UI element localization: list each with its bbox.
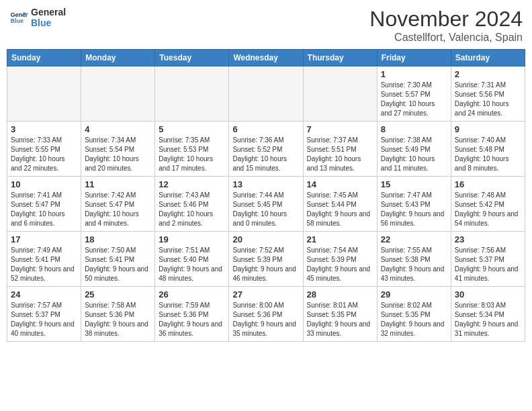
day-number: 9 [455, 124, 521, 134]
day-info: Sunrise: 7:47 AM Sunset: 5:43 PM Dayligh… [381, 191, 447, 228]
calendar-day-cell: 6Sunrise: 7:36 AM Sunset: 5:52 PM Daylig… [229, 122, 303, 177]
calendar-day-cell [7, 66, 81, 122]
svg-text:Blue: Blue [10, 17, 24, 24]
day-info: Sunrise: 8:00 AM Sunset: 5:36 PM Dayligh… [232, 301, 299, 338]
day-number: 8 [381, 124, 447, 134]
day-info: Sunrise: 7:59 AM Sunset: 5:36 PM Dayligh… [159, 301, 225, 338]
calendar-header-row: SundayMondayTuesdayWednesdayThursdayFrid… [7, 50, 525, 66]
calendar-day-cell: 4Sunrise: 7:34 AM Sunset: 5:54 PM Daylig… [81, 122, 155, 177]
day-info: Sunrise: 7:37 AM Sunset: 5:51 PM Dayligh… [307, 136, 373, 173]
calendar-day-cell: 22Sunrise: 7:55 AM Sunset: 5:38 PM Dayli… [377, 232, 451, 287]
calendar-day-cell: 18Sunrise: 7:50 AM Sunset: 5:41 PM Dayli… [81, 232, 155, 287]
calendar-day-cell: 17Sunrise: 7:49 AM Sunset: 5:41 PM Dayli… [7, 232, 81, 287]
day-number: 20 [232, 234, 299, 244]
calendar-day-cell: 12Sunrise: 7:43 AM Sunset: 5:46 PM Dayli… [155, 177, 229, 232]
calendar-day-cell: 28Sunrise: 8:01 AM Sunset: 5:35 PM Dayli… [303, 287, 377, 342]
logo-icon: General Blue [9, 8, 28, 27]
calendar-week-row: 17Sunrise: 7:49 AM Sunset: 5:41 PM Dayli… [7, 232, 525, 287]
day-info: Sunrise: 7:51 AM Sunset: 5:40 PM Dayligh… [159, 246, 225, 283]
calendar-day-cell: 14Sunrise: 7:45 AM Sunset: 5:44 PM Dayli… [303, 177, 377, 232]
day-number: 4 [85, 124, 151, 134]
day-info: Sunrise: 7:56 AM Sunset: 5:37 PM Dayligh… [455, 246, 521, 283]
day-number: 30 [455, 289, 521, 300]
day-of-week-header: Saturday [451, 50, 525, 66]
calendar-day-cell: 21Sunrise: 7:54 AM Sunset: 5:39 PM Dayli… [303, 232, 377, 287]
calendar-day-cell: 24Sunrise: 7:57 AM Sunset: 5:37 PM Dayli… [7, 287, 81, 342]
day-number: 26 [159, 289, 225, 300]
calendar-day-cell [81, 66, 155, 122]
day-info: Sunrise: 7:31 AM Sunset: 5:56 PM Dayligh… [455, 81, 521, 118]
day-of-week-header: Thursday [303, 50, 377, 66]
calendar-day-cell: 25Sunrise: 7:58 AM Sunset: 5:36 PM Dayli… [81, 287, 155, 342]
day-number: 21 [307, 234, 373, 244]
day-number: 27 [232, 289, 299, 300]
day-info: Sunrise: 7:55 AM Sunset: 5:38 PM Dayligh… [381, 246, 447, 283]
day-info: Sunrise: 7:44 AM Sunset: 5:45 PM Dayligh… [232, 191, 299, 228]
calendar-week-row: 3Sunrise: 7:33 AM Sunset: 5:55 PM Daylig… [7, 122, 525, 177]
day-info: Sunrise: 8:01 AM Sunset: 5:35 PM Dayligh… [307, 301, 373, 338]
calendar-day-cell: 8Sunrise: 7:38 AM Sunset: 5:49 PM Daylig… [377, 122, 451, 177]
calendar-day-cell [155, 66, 229, 122]
day-info: Sunrise: 7:38 AM Sunset: 5:49 PM Dayligh… [381, 136, 447, 173]
logo: General Blue General Blue [9, 7, 66, 28]
day-number: 3 [11, 124, 77, 134]
calendar-day-cell: 19Sunrise: 7:51 AM Sunset: 5:40 PM Dayli… [155, 232, 229, 287]
day-number: 23 [455, 234, 521, 244]
page-header: General Blue General Blue November 2024 … [7, 7, 525, 44]
calendar-day-cell: 7Sunrise: 7:37 AM Sunset: 5:51 PM Daylig… [303, 122, 377, 177]
calendar-day-cell: 23Sunrise: 7:56 AM Sunset: 5:37 PM Dayli… [451, 232, 525, 287]
calendar-day-cell: 1Sunrise: 7:30 AM Sunset: 5:57 PM Daylig… [377, 66, 451, 122]
day-number: 7 [307, 124, 373, 134]
day-info: Sunrise: 7:49 AM Sunset: 5:41 PM Dayligh… [11, 246, 77, 283]
day-of-week-header: Tuesday [155, 50, 229, 66]
day-info: Sunrise: 7:40 AM Sunset: 5:48 PM Dayligh… [455, 136, 521, 173]
day-number: 12 [159, 179, 225, 189]
calendar-day-cell: 29Sunrise: 8:02 AM Sunset: 5:35 PM Dayli… [377, 287, 451, 342]
calendar-day-cell: 30Sunrise: 8:03 AM Sunset: 5:34 PM Dayli… [451, 287, 525, 342]
logo-general-text: General [31, 7, 66, 17]
day-number: 22 [381, 234, 447, 244]
day-number: 28 [307, 289, 373, 300]
day-info: Sunrise: 8:03 AM Sunset: 5:34 PM Dayligh… [455, 301, 521, 338]
day-info: Sunrise: 7:58 AM Sunset: 5:36 PM Dayligh… [85, 301, 151, 338]
day-info: Sunrise: 7:57 AM Sunset: 5:37 PM Dayligh… [11, 301, 77, 338]
day-info: Sunrise: 7:52 AM Sunset: 5:39 PM Dayligh… [232, 246, 299, 283]
day-number: 2 [455, 69, 521, 79]
day-info: Sunrise: 7:34 AM Sunset: 5:54 PM Dayligh… [85, 136, 151, 173]
day-of-week-header: Friday [377, 50, 451, 66]
calendar-day-cell: 9Sunrise: 7:40 AM Sunset: 5:48 PM Daylig… [451, 122, 525, 177]
day-info: Sunrise: 7:41 AM Sunset: 5:47 PM Dayligh… [11, 191, 77, 228]
day-info: Sunrise: 7:54 AM Sunset: 5:39 PM Dayligh… [307, 246, 373, 283]
calendar-week-row: 1Sunrise: 7:30 AM Sunset: 5:57 PM Daylig… [7, 66, 525, 122]
calendar-day-cell: 11Sunrise: 7:42 AM Sunset: 5:47 PM Dayli… [81, 177, 155, 232]
calendar-day-cell: 15Sunrise: 7:47 AM Sunset: 5:43 PM Dayli… [377, 177, 451, 232]
title-block: November 2024 Castellfort, Valencia, Spa… [369, 7, 523, 44]
day-number: 6 [232, 124, 299, 134]
day-info: Sunrise: 7:36 AM Sunset: 5:52 PM Dayligh… [232, 136, 299, 173]
day-of-week-header: Sunday [7, 50, 81, 66]
day-number: 1 [381, 69, 447, 79]
day-number: 18 [85, 234, 151, 244]
day-info: Sunrise: 7:35 AM Sunset: 5:53 PM Dayligh… [159, 136, 225, 173]
calendar-day-cell: 20Sunrise: 7:52 AM Sunset: 5:39 PM Dayli… [229, 232, 303, 287]
calendar-day-cell: 27Sunrise: 8:00 AM Sunset: 5:36 PM Dayli… [229, 287, 303, 342]
day-number: 19 [159, 234, 225, 244]
day-info: Sunrise: 7:43 AM Sunset: 5:46 PM Dayligh… [159, 191, 225, 228]
day-number: 17 [11, 234, 77, 244]
day-info: Sunrise: 7:33 AM Sunset: 5:55 PM Dayligh… [11, 136, 77, 173]
day-info: Sunrise: 7:30 AM Sunset: 5:57 PM Dayligh… [381, 81, 447, 118]
calendar-day-cell: 5Sunrise: 7:35 AM Sunset: 5:53 PM Daylig… [155, 122, 229, 177]
logo-blue-text: Blue [31, 17, 66, 28]
day-info: Sunrise: 7:45 AM Sunset: 5:44 PM Dayligh… [307, 191, 373, 228]
day-info: Sunrise: 7:50 AM Sunset: 5:41 PM Dayligh… [85, 246, 151, 283]
calendar-day-cell: 13Sunrise: 7:44 AM Sunset: 5:45 PM Dayli… [229, 177, 303, 232]
day-number: 25 [85, 289, 151, 300]
day-of-week-header: Monday [81, 50, 155, 66]
day-number: 15 [381, 179, 447, 189]
day-number: 10 [11, 179, 77, 189]
calendar-day-cell: 26Sunrise: 7:59 AM Sunset: 5:36 PM Dayli… [155, 287, 229, 342]
day-number: 29 [381, 289, 447, 300]
day-number: 24 [11, 289, 77, 300]
calendar-day-cell: 16Sunrise: 7:48 AM Sunset: 5:42 PM Dayli… [451, 177, 525, 232]
calendar-table: SundayMondayTuesdayWednesdayThursdayFrid… [7, 49, 525, 342]
